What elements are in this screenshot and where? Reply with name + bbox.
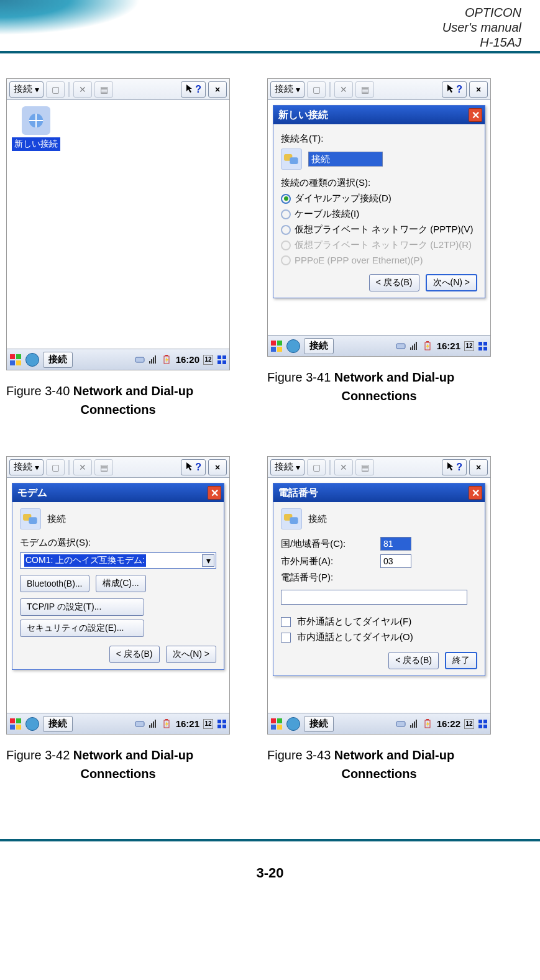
globe-icon[interactable] <box>25 717 39 731</box>
checkbox-long-distance[interactable]: 市外通話としてダイヤル(F) <box>281 616 477 628</box>
next-button[interactable]: 次へ(N) > <box>426 274 478 291</box>
toolbar-folder-button[interactable]: ▢ <box>46 81 65 98</box>
area-input[interactable] <box>380 554 411 568</box>
content-area: モデム ✕ 接続 モデムの選択(S): COM1: 上のヘイズ互換モデム: ▾ <box>7 483 229 713</box>
tray-icon-windows[interactable] <box>217 719 227 729</box>
radio-pppoe: PPPoE (PPP over Ethernet)(P) <box>281 255 477 265</box>
dialog-close-button[interactable]: ✕ <box>208 486 221 500</box>
phone-input[interactable] <box>281 590 467 605</box>
finish-button[interactable]: 終了 <box>445 652 477 669</box>
connection-name-input[interactable] <box>308 152 383 167</box>
next-button[interactable]: 次へ(N) > <box>166 646 217 663</box>
tray-icon-battery[interactable] <box>162 355 172 365</box>
tray-icon-1[interactable] <box>396 341 406 351</box>
date-badge[interactable]: 12 <box>203 355 213 365</box>
start-button[interactable] <box>9 718 22 730</box>
toolbar-title-button[interactable]: 接続 ▾ <box>270 459 304 475</box>
help-button[interactable]: ? <box>442 459 467 475</box>
taskbar-app-button[interactable]: 接続 <box>43 716 73 732</box>
clock[interactable]: 16:21 <box>176 718 199 729</box>
back-button[interactable]: < 戻る(B) <box>109 646 160 663</box>
new-connection-item[interactable]: 新しい接続 <box>12 106 60 151</box>
tray-icon-windows[interactable] <box>217 355 227 365</box>
tcpip-button[interactable]: TCP/IP の設定(T)... <box>20 598 144 616</box>
start-button[interactable] <box>270 718 283 730</box>
dialog-close-button[interactable]: ✕ <box>469 108 482 122</box>
taskbar-app-button[interactable]: 接続 <box>43 352 73 368</box>
help-button[interactable]: ? <box>181 459 206 475</box>
task-label: 接続 <box>48 354 67 365</box>
close-button[interactable]: × <box>208 81 227 98</box>
toolbar-props-button[interactable]: ▤ <box>355 459 374 475</box>
toolbar-folder-button[interactable]: ▢ <box>46 459 65 475</box>
bluetooth-button[interactable]: Bluetooth(B)... <box>20 575 89 592</box>
radio-dialup[interactable]: ダイヤルアップ接続(D) <box>281 193 477 204</box>
tray-icon-battery[interactable] <box>162 719 172 729</box>
toolbar-delete-button[interactable]: ✕ <box>334 459 353 475</box>
date-badge[interactable]: 12 <box>464 341 474 351</box>
tray-icon-1[interactable] <box>135 719 145 729</box>
tray-icon-signal[interactable] <box>410 341 419 351</box>
toolbar-folder-button[interactable]: ▢ <box>307 81 326 98</box>
toolbar-props-button[interactable]: ▤ <box>355 81 374 98</box>
back-button[interactable]: < 戻る(B) <box>388 652 439 669</box>
svg-rect-59 <box>414 721 415 728</box>
toolbar-delete-button[interactable]: ✕ <box>73 81 92 98</box>
globe-icon[interactable] <box>286 717 300 731</box>
date-badge[interactable]: 12 <box>464 719 474 729</box>
toolbar-props-button[interactable]: ▤ <box>94 459 113 475</box>
close-button[interactable]: × <box>469 81 488 98</box>
taskbar-app-button[interactable]: 接続 <box>304 716 334 732</box>
toolbar-delete-button[interactable]: ✕ <box>334 81 353 98</box>
page-footer: 3-20 <box>0 839 540 889</box>
date-badge[interactable]: 12 <box>203 719 213 729</box>
checkbox-local[interactable]: 市内通話としてダイヤル(O) <box>281 631 477 643</box>
clock[interactable]: 16:22 <box>437 718 460 729</box>
folder-icon: ▢ <box>52 85 60 94</box>
tray-icon-1[interactable] <box>135 355 145 365</box>
cursor-icon <box>446 461 456 473</box>
config-button[interactable]: 構成(C)... <box>96 575 146 592</box>
radio-pptp[interactable]: 仮想プライベート ネットワーク (PPTP)(V) <box>281 224 477 236</box>
tray-icon-signal[interactable] <box>149 719 158 729</box>
help-icon: ? <box>195 462 201 473</box>
tray-icon-signal[interactable] <box>410 719 419 729</box>
close-button[interactable]: × <box>469 459 488 475</box>
toolbar-title-button[interactable]: 接続 ▾ <box>9 81 43 98</box>
clock[interactable]: 16:21 <box>437 341 460 351</box>
svg-rect-17 <box>290 157 298 164</box>
taskbar-app-button[interactable]: 接続 <box>304 338 334 354</box>
back-button[interactable]: < 戻る(B) <box>369 274 419 291</box>
toolbar-props-button[interactable]: ▤ <box>94 81 113 98</box>
toolbar-delete-button[interactable]: ✕ <box>73 459 92 475</box>
globe-icon[interactable] <box>286 339 300 353</box>
caption-bold: Network and Dial-up <box>73 748 193 762</box>
modem-combobox[interactable]: COM1: 上のヘイズ互換モデム: ▾ <box>20 552 216 569</box>
svg-rect-38 <box>16 725 21 730</box>
start-button[interactable] <box>9 354 22 366</box>
toolbar-folder-button[interactable]: ▢ <box>307 459 326 475</box>
start-button[interactable] <box>270 340 283 352</box>
tray-icon-windows[interactable] <box>478 341 488 351</box>
security-button[interactable]: セキュリティの設定(E)... <box>20 620 144 637</box>
toolbar-title-button[interactable]: 接続 ▾ <box>9 459 43 475</box>
svg-rect-20 <box>271 347 276 352</box>
tray-icon-1[interactable] <box>396 719 406 729</box>
tray-icon-windows[interactable] <box>478 719 488 729</box>
toolbar-title-button[interactable]: 接続 ▾ <box>270 81 304 98</box>
dialog-titlebar: 新しい接続 ✕ <box>273 106 485 124</box>
close-button[interactable]: × <box>208 459 227 475</box>
dialog-close-button[interactable]: ✕ <box>469 486 482 500</box>
modem-select-label: モデムの選択(S): <box>20 537 216 549</box>
radio-cable[interactable]: ケーブル接続(I) <box>281 208 477 220</box>
country-input[interactable] <box>380 537 411 551</box>
clock[interactable]: 16:20 <box>176 354 199 365</box>
tray-icon-battery[interactable] <box>423 719 433 729</box>
taskbar: 接続 16:21 12 <box>7 713 229 734</box>
tray-icon-signal[interactable] <box>149 355 158 365</box>
help-button[interactable]: ? <box>181 81 206 98</box>
tray-icon-battery[interactable] <box>423 341 433 351</box>
svg-rect-64 <box>483 720 487 723</box>
help-button[interactable]: ? <box>442 81 467 98</box>
globe-icon[interactable] <box>25 353 39 367</box>
